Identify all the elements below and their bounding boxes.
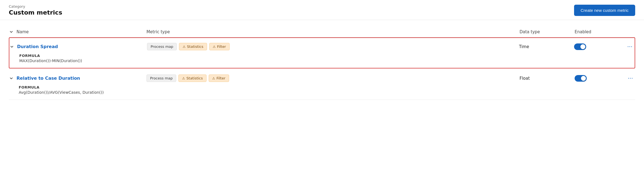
badge-label: Process map bbox=[151, 45, 173, 49]
badge-label: Filter bbox=[216, 76, 225, 80]
badge-process-map-1: Process map bbox=[146, 74, 176, 82]
more-options-duration-spread[interactable]: ··· bbox=[618, 43, 635, 50]
badge-label: Statistics bbox=[186, 76, 203, 80]
badge-filter-0: ⚠ Filter bbox=[209, 43, 230, 50]
badge-statistics-1: ⚠ Statistics bbox=[178, 74, 206, 82]
toggle-duration-spread[interactable] bbox=[574, 43, 586, 50]
toggle-relative-to-case-duration[interactable] bbox=[575, 75, 587, 82]
name-cell-duration-spread: Duration Spread bbox=[9, 44, 147, 49]
chevron-down-icon[interactable] bbox=[9, 76, 14, 81]
warning-icon: ⚠ bbox=[213, 45, 216, 49]
metric-type-cell-duration-spread: Process map ⚠ Statistics ⚠ Filter bbox=[147, 43, 519, 50]
col-enabled-label: Enabled bbox=[575, 29, 619, 34]
col-data-type-label: Data type bbox=[520, 29, 575, 34]
col-name-label: Name bbox=[17, 29, 29, 34]
page-header: Category Custom metrics Create new custo… bbox=[0, 0, 644, 20]
enabled-cell-relative-to-case-duration bbox=[575, 75, 619, 82]
badge-statistics-0: ⚠ Statistics bbox=[179, 43, 207, 50]
page-title: Custom metrics bbox=[9, 9, 62, 16]
warning-icon: ⚠ bbox=[183, 45, 186, 49]
category-label: Category bbox=[9, 4, 62, 9]
badge-process-map-0: Process map bbox=[147, 43, 177, 50]
chevron-down-icon[interactable] bbox=[9, 44, 14, 49]
badge-filter-1: ⚠ Filter bbox=[209, 74, 229, 82]
name-cell-relative-to-case-duration: Relative to Case Duration bbox=[9, 76, 146, 81]
warning-icon: ⚠ bbox=[182, 76, 185, 80]
data-type-duration-spread: Time bbox=[519, 44, 574, 49]
table-header: Name Metric type Data type Enabled bbox=[9, 27, 635, 37]
metric-type-cell-relative-to-case-duration: Process map ⚠ Statistics ⚠ Filter bbox=[146, 74, 520, 82]
warning-icon: ⚠ bbox=[212, 76, 215, 80]
badge-label: Filter bbox=[217, 45, 226, 49]
metrics-table: Name Metric type Data type Enabled Durat… bbox=[0, 20, 644, 106]
more-options-relative-to-case-duration[interactable]: ··· bbox=[619, 75, 635, 82]
header-left: Category Custom metrics bbox=[9, 4, 62, 16]
row-main-duration-spread: Duration Spread Process map ⚠ Statistics… bbox=[9, 38, 635, 53]
formula-label-1: FORMULA bbox=[19, 85, 635, 89]
row-detail-relative-to-case-duration: FORMULA Avg(Duration())/AVG(ViewCases, D… bbox=[9, 84, 635, 100]
formula-label-0: FORMULA bbox=[19, 54, 635, 58]
badge-label: Statistics bbox=[187, 45, 203, 49]
table-col-name: Name bbox=[9, 29, 146, 34]
badge-label: Process map bbox=[150, 76, 173, 80]
col-metric-type-label: Metric type bbox=[146, 29, 520, 34]
table-row: Relative to Case Duration Process map ⚠ … bbox=[9, 70, 635, 100]
row-detail-duration-spread: FORMULA MAX(Duration())-MIN(Duration()) bbox=[9, 53, 635, 68]
create-custom-metric-button[interactable]: Create new custom metric bbox=[574, 5, 635, 16]
row-main-relative-to-case-duration: Relative to Case Duration Process map ⚠ … bbox=[9, 70, 635, 84]
expand-all-icon[interactable] bbox=[9, 29, 14, 34]
metric-name-relative-to-case-duration[interactable]: Relative to Case Duration bbox=[17, 76, 80, 81]
metric-name-duration-spread[interactable]: Duration Spread bbox=[17, 44, 58, 49]
formula-value-1: Avg(Duration())/AVG(ViewCases, Duration(… bbox=[19, 90, 635, 95]
table-row: Duration Spread Process map ⚠ Statistics… bbox=[9, 37, 635, 68]
data-type-relative-to-case-duration: Float bbox=[520, 76, 575, 81]
formula-value-0: MAX(Duration())-MIN(Duration()) bbox=[19, 59, 635, 63]
enabled-cell-duration-spread bbox=[574, 43, 618, 50]
